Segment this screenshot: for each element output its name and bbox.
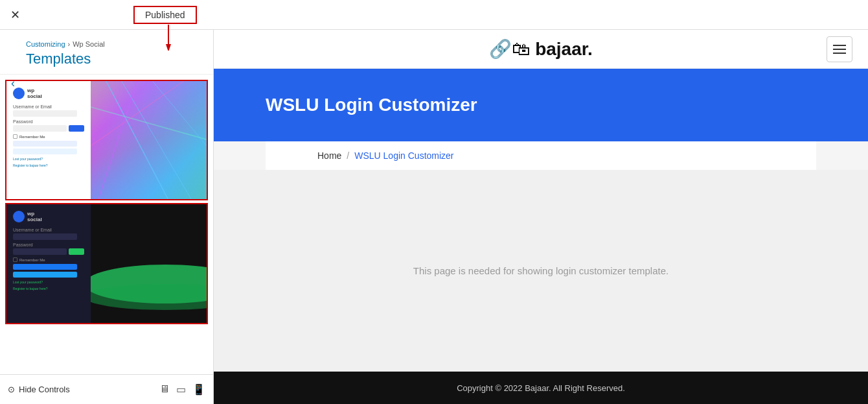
sidebar-bottom-bar: ⊙ Hide Controls 🖥 ▭ 📱 bbox=[0, 374, 213, 404]
breadcrumb-home[interactable]: Home bbox=[317, 150, 341, 161]
breadcrumb-section: Home / WSLU Login Customizer bbox=[266, 141, 816, 170]
close-button[interactable]: ✕ bbox=[0, 0, 30, 30]
hamburger-line-3 bbox=[833, 53, 846, 54]
template-image-dark bbox=[91, 204, 207, 323]
tmpl1-pw-label: Password bbox=[13, 119, 84, 124]
breadcrumb: Customizing › Wp Social bbox=[26, 40, 203, 48]
sidebar-title: Templates bbox=[26, 51, 203, 67]
hide-controls-label: Hide Controls bbox=[19, 385, 70, 394]
tmpl1-remember: Remember Me bbox=[13, 134, 84, 139]
tmpl1-email-label: Username or Email bbox=[13, 104, 84, 109]
tmpl2-remember-text: Remember Me bbox=[19, 258, 45, 262]
tmpl2-remember: Remember Me bbox=[13, 257, 84, 262]
desktop-icon[interactable]: 🖥 bbox=[159, 383, 170, 396]
tmpl1-pw-row bbox=[13, 125, 84, 132]
tmpl1-remember-checkbox bbox=[13, 134, 17, 139]
logo-text: bajaar. bbox=[535, 39, 593, 60]
tmpl1-logo-text: wpsocial bbox=[27, 88, 42, 99]
hero-title: WSLU Login Customizer bbox=[266, 95, 816, 115]
tmpl1-email-input bbox=[13, 110, 77, 117]
svg-line-6 bbox=[91, 107, 207, 139]
tmpl2-login-btn bbox=[69, 248, 84, 255]
template-preview-dark: wpsocial Username or Email Password Reme… bbox=[6, 204, 207, 323]
tmpl1-login-btn bbox=[69, 125, 84, 132]
sidebar: ‹ Customizing › Wp Social Templates bbox=[0, 30, 214, 404]
main-layout: ‹ Customizing › Wp Social Templates bbox=[0, 30, 868, 404]
tmpl2-pw-label: Password bbox=[13, 243, 84, 247]
top-bar: ✕ Published bbox=[0, 0, 868, 30]
tmpl2-remember-checkbox bbox=[13, 257, 17, 262]
tmpl2-tw-btn bbox=[13, 272, 77, 278]
breadcrumb-customizing[interactable]: Customizing bbox=[26, 40, 65, 48]
tmpl1-logo: wpsocial bbox=[13, 88, 84, 99]
template-preview-light: wpsocial Username or Email Password Reme… bbox=[6, 81, 207, 199]
breadcrumb-wpsocial: Wp Social bbox=[73, 40, 105, 48]
hide-controls-button[interactable]: ⊙ Hide Controls bbox=[8, 385, 70, 394]
tmpl1-tw-btn bbox=[13, 149, 77, 154]
breadcrumb-separator: › bbox=[68, 40, 71, 48]
tmpl2-logo: wpsocial bbox=[13, 211, 84, 222]
tmpl2-forgot-link: Lost your password? bbox=[13, 280, 84, 284]
tmpl1-remember-text: Remember Me bbox=[19, 135, 45, 139]
tmpl2-pw-input bbox=[13, 248, 67, 255]
template-image-light bbox=[91, 81, 207, 199]
template-login-panel-dark: wpsocial Username or Email Password Reme… bbox=[6, 204, 91, 323]
device-icons-group: 🖥 ▭ 📱 bbox=[159, 383, 205, 396]
tmpl2-logo-text: wpsocial bbox=[27, 211, 42, 222]
svg-line-4 bbox=[98, 81, 137, 199]
svg-line-7 bbox=[91, 81, 183, 146]
tmpl2-email-input bbox=[13, 233, 77, 240]
logo-icon: 🔗🛍 bbox=[489, 38, 530, 60]
page-message: This page is needed for showing login cu… bbox=[413, 265, 668, 276]
site-header: 🔗🛍 bajaar. bbox=[214, 30, 868, 69]
site-logo: 🔗🛍 bajaar. bbox=[437, 38, 645, 60]
breadcrumb-separator-icon: / bbox=[347, 150, 349, 161]
hamburger-line-2 bbox=[833, 49, 846, 50]
mobile-icon[interactable]: 📱 bbox=[192, 383, 205, 396]
page-body: This page is needed for showing login cu… bbox=[214, 170, 868, 372]
breadcrumb-current-page: WSLU Login Customizer bbox=[354, 150, 453, 161]
templates-list[interactable]: wpsocial Username or Email Password Reme… bbox=[0, 75, 213, 374]
tmpl1-register-link: Register to bajaar here? bbox=[13, 163, 84, 167]
hamburger-button[interactable] bbox=[827, 36, 852, 62]
tmpl1-forgot-link: Lost your password? bbox=[13, 157, 84, 161]
tmpl1-geometric-lines bbox=[91, 81, 207, 199]
tmpl2-fb-btn bbox=[13, 264, 77, 270]
site-footer: Copyright © 2022 Bajaar. All Right Reser… bbox=[214, 372, 868, 404]
template-login-panel-light: wpsocial Username or Email Password Reme… bbox=[6, 81, 91, 199]
tmpl2-email-label: Username or Email bbox=[13, 228, 84, 232]
tmpl1-pw-input bbox=[13, 125, 67, 132]
template-item-dark[interactable]: wpsocial Username or Email Password Reme… bbox=[5, 203, 208, 324]
footer-text: Copyright © 2022 Bajaar. All Right Reser… bbox=[457, 383, 625, 393]
tmpl2-register-link: Register to bajaar here? bbox=[13, 287, 84, 291]
tablet-icon[interactable]: ▭ bbox=[176, 383, 186, 396]
tmpl2-pw-row bbox=[13, 248, 84, 255]
website-preview: 🔗🛍 bajaar. WSLU Login Customizer Home / bbox=[214, 30, 868, 404]
tmpl1-fb-btn bbox=[13, 141, 77, 147]
sidebar-header: Customizing › Wp Social Templates bbox=[0, 32, 213, 75]
hamburger-icon bbox=[833, 45, 846, 54]
published-button[interactable]: Published bbox=[133, 6, 197, 24]
hamburger-line-1 bbox=[833, 45, 846, 46]
svg-line-5 bbox=[152, 81, 207, 146]
tmpl2-logo-circle bbox=[13, 211, 25, 222]
back-button[interactable]: ‹ bbox=[4, 74, 22, 92]
hero-section: WSLU Login Customizer bbox=[214, 69, 868, 141]
green-curve-2 bbox=[91, 284, 207, 310]
svg-line-3 bbox=[122, 81, 191, 199]
eye-icon: ⊙ bbox=[8, 385, 15, 394]
template-item-light[interactable]: wpsocial Username or Email Password Reme… bbox=[5, 80, 208, 200]
